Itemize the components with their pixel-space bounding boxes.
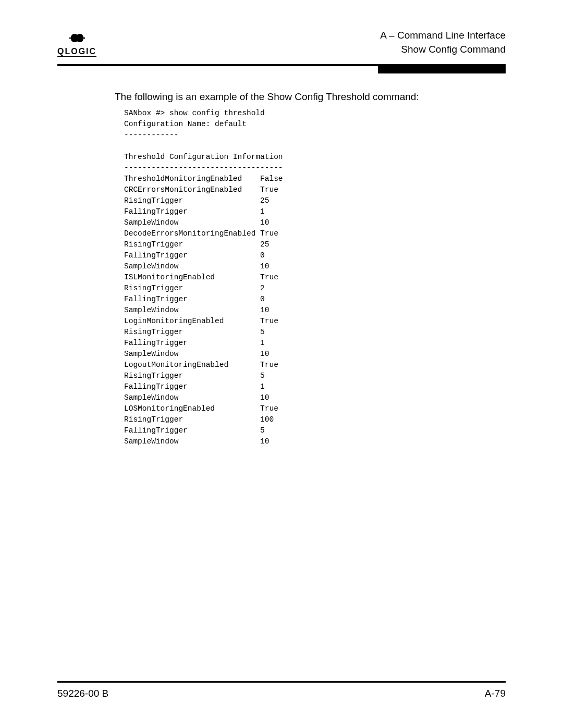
footer-rule xyxy=(57,681,506,683)
page-footer: 59226-00 B A-79 xyxy=(57,681,506,699)
intro-text: The following is an example of the Show … xyxy=(115,91,506,103)
header-title-line2: Show Config Command xyxy=(380,43,506,57)
footer-doc-id: 59226-00 B xyxy=(57,688,108,699)
header-rule xyxy=(57,64,506,66)
logo-underline xyxy=(57,56,96,57)
footer-page-number: A-79 xyxy=(485,688,506,699)
header-title: A – Command Line Interface Show Config C… xyxy=(380,29,506,56)
logo-text: QLOGIC xyxy=(57,47,96,56)
page-header: QLOGIC A – Command Line Interface Show C… xyxy=(57,29,506,61)
qlogic-logo: QLOGIC xyxy=(57,32,96,57)
header-title-line1: A – Command Line Interface xyxy=(380,29,506,43)
terminal-output: SANbox #> show config threshold Configur… xyxy=(124,108,506,447)
logo-mark-icon xyxy=(68,32,86,46)
content-area: The following is an example of the Show … xyxy=(115,91,506,447)
